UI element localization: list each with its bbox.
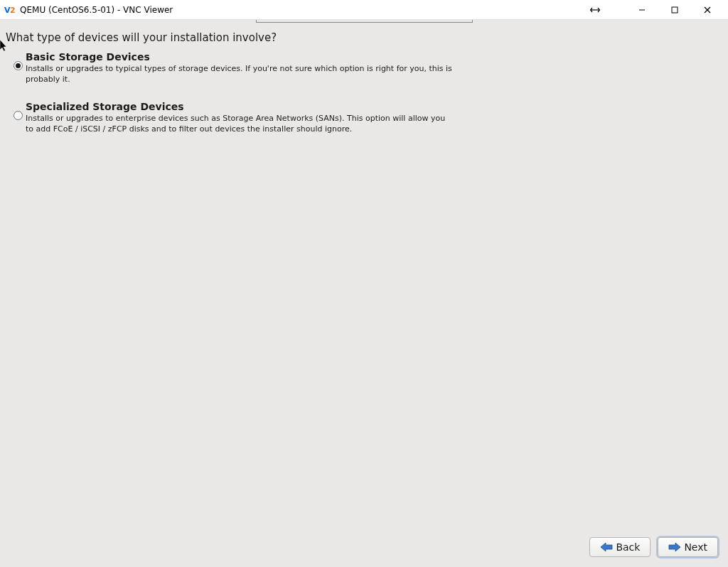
arrow-right-icon [668,542,681,552]
back-button[interactable]: Back [589,537,651,557]
arrow-left-icon [600,542,613,552]
next-button[interactable]: Next [658,537,718,557]
window-titlebar: V 2 QEMU (CentOS6.5-01) - VNC Viewer [0,0,728,20]
window-controls [626,0,724,20]
next-label: Next [684,541,707,553]
maximize-button[interactable] [658,0,691,20]
option-description: Installs or upgrades to typical types of… [26,64,452,85]
option-title: Basic Storage Devices [26,51,452,63]
svg-rect-4 [672,7,678,13]
option-basic-storage[interactable]: Basic Storage Devices Installs or upgrad… [10,51,718,85]
installer-question: What type of devices will your installat… [0,21,728,51]
storage-options: Basic Storage Devices Installs or upgrad… [0,51,728,134]
option-description: Installs or upgrades to enterprise devic… [26,114,452,135]
cursor-icon [0,40,9,55]
back-label: Back [616,541,640,553]
window-title: QEMU (CentOS6.5-01) - VNC Viewer [20,5,579,15]
option-title: Specialized Storage Devices [26,101,452,112]
radio-basic-storage[interactable] [14,61,23,70]
vnc-app-icon: V 2 [4,4,16,16]
svg-text:2: 2 [10,6,16,15]
partial-dropdown-frame [256,20,473,23]
minimize-button[interactable] [626,0,658,20]
radio-specialized-storage[interactable] [14,111,23,120]
resize-indicator-icon [579,0,611,20]
close-button[interactable] [691,0,724,20]
installer-content: What type of devices will your installat… [0,20,728,567]
nav-footer: Back Next [589,537,718,557]
option-specialized-storage[interactable]: Specialized Storage Devices Installs or … [10,101,718,135]
